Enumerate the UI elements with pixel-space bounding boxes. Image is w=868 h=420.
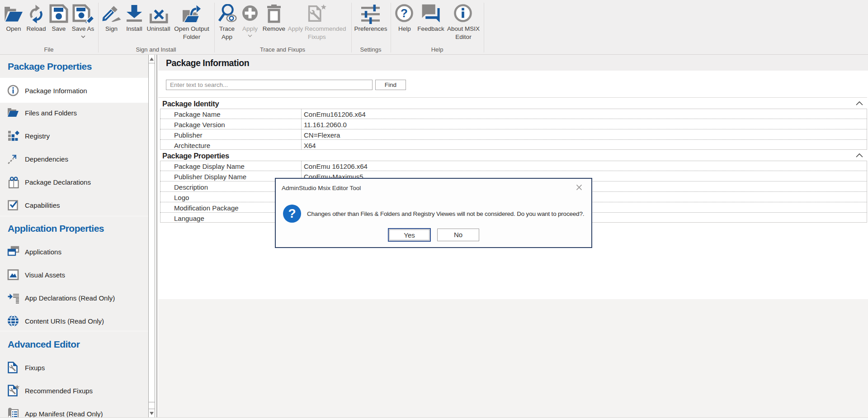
- svg-text:?: ?: [401, 6, 408, 20]
- svg-text:?: ?: [288, 206, 296, 220]
